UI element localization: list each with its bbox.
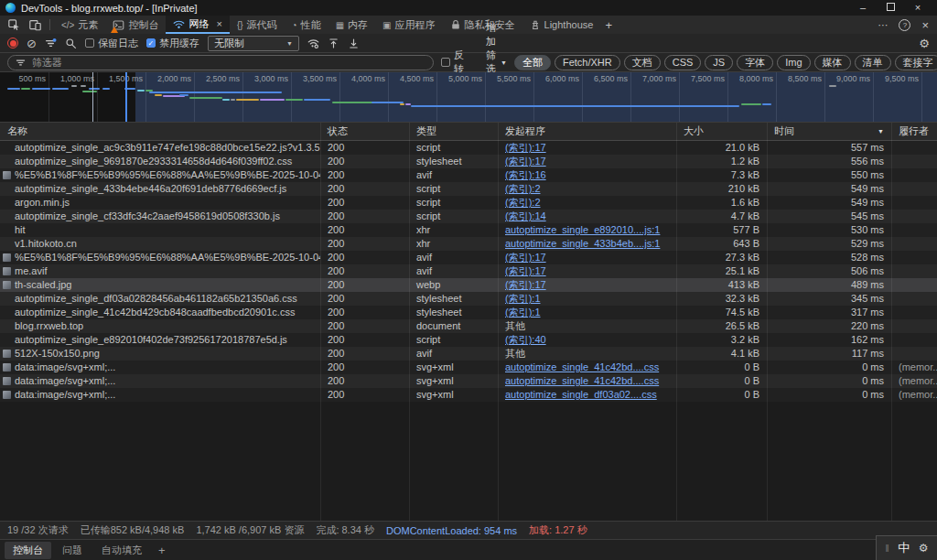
close-window-button[interactable]: × [904, 0, 932, 16]
initiator-link[interactable]: (索引):14 [505, 210, 546, 221]
tab-网络[interactable]: 网络× [166, 16, 229, 34]
table-row[interactable]: autoptimize_single_ac9c3b911e747efe198c8… [0, 141, 937, 155]
table-row[interactable]: data:image/svg+xml;...200svg+xmlautoptim… [0, 361, 937, 374]
initiator-link[interactable]: (索引):17 [505, 142, 546, 153]
drawer-tab-自动填充[interactable]: 自动填充 [93, 542, 150, 559]
table-row[interactable]: 512X-150x150.png200avif其他4.1 kB117 ms [0, 347, 937, 361]
column-header-5[interactable]: 大小 [676, 123, 767, 140]
filter-input-wrap [7, 55, 434, 70]
close-devtools-button[interactable]: × [917, 18, 933, 32]
table-row[interactable]: autoptimize_single_41c42bd429cb848caadfb… [0, 306, 937, 319]
help-button[interactable]: ? [894, 19, 915, 31]
filter-chip-媒体[interactable]: 媒体 [814, 55, 851, 70]
tab-元素[interactable]: </>元素 [54, 16, 105, 34]
initiator-link[interactable]: (索引):17 [505, 265, 546, 276]
initiator-link[interactable]: (索引):16 [505, 169, 546, 180]
column-header-7[interactable]: 履行者 [891, 123, 937, 140]
filter-chip-CSS[interactable]: CSS [664, 55, 702, 70]
console-icon [113, 19, 124, 31]
timeline-tick-label: 3,000 ms [254, 74, 291, 83]
table-row[interactable]: autoptimize_single_df03a02828456ab461182… [0, 292, 937, 306]
tab-Lighthouse[interactable]: Lighthouse [522, 16, 601, 34]
tab-隐私和安全[interactable]: 隐私和安全 [443, 16, 522, 34]
initiator-link[interactable]: autoptimize_single_df03a02....css [505, 389, 657, 400]
filter-chip-Img[interactable]: Img [777, 55, 810, 70]
device-toolbar-button[interactable] [25, 16, 46, 34]
table-row[interactable]: data:image/svg+xml;...200svg+xmlautoptim… [0, 388, 937, 402]
record-button[interactable] [7, 38, 18, 48]
table-row[interactable]: v1.hitokoto.cn200xhrautoptimize_single_4… [0, 237, 937, 251]
close-tab-icon[interactable]: × [216, 18, 221, 29]
timeline-gridline [533, 72, 534, 122]
column-header-1[interactable]: 名称 [0, 123, 320, 140]
throttling-select[interactable]: 无限制 ▼ [208, 36, 299, 51]
filter-chip-Fetch/XHR[interactable]: Fetch/XHR [555, 55, 620, 70]
filter-chip-JS[interactable]: JS [705, 55, 733, 70]
drawer-tab-控制台[interactable]: 控制台 [5, 542, 51, 559]
tab-性能[interactable]: ◔性能 [285, 16, 328, 34]
disable-cache-checkbox[interactable]: ✓ 禁用缓存 [146, 37, 199, 50]
inspect-element-button[interactable] [4, 16, 25, 34]
tab-控制台[interactable]: 控制台 [105, 16, 166, 34]
filter-chip-套接字[interactable]: 套接字 [895, 55, 937, 70]
initiator-link[interactable]: (索引):1 [505, 293, 541, 304]
elements-icon: </> [61, 20, 74, 30]
drawer-new-tab-button[interactable]: + [153, 544, 171, 557]
table-row[interactable]: autoptimize_single_cf33dfc34c2aaef945861… [0, 210, 937, 223]
initiator-link[interactable]: (索引):1 [505, 307, 541, 318]
table-row[interactable]: autoptimize_single_9691870e2933314658d4d… [0, 155, 937, 168]
column-header-6[interactable]: 时间▼ [767, 123, 891, 140]
filter-chip-清单[interactable]: 清单 [855, 55, 891, 70]
column-header-4[interactable]: 发起程序 [498, 123, 676, 140]
tab-内存[interactable]: ▦内存 [328, 16, 375, 34]
initiator-link[interactable]: autoptimize_single_41c42bd....css [505, 375, 659, 386]
initiator-link[interactable]: autoptimize_single_e892010....js:1 [505, 224, 660, 235]
tab-源代码[interactable]: {}源代码 [230, 16, 285, 34]
maximize-button[interactable] [877, 0, 904, 16]
network-conditions-button[interactable] [307, 38, 319, 49]
network-icon [173, 18, 185, 30]
initiator-link[interactable]: (索引):2 [505, 197, 541, 208]
preserve-log-checkbox[interactable]: 保留日志 [85, 37, 138, 50]
filter-input[interactable] [30, 56, 425, 69]
initiator-link[interactable]: (索引):40 [505, 334, 546, 345]
table-row[interactable]: %E5%B1%8F%E5%B9%95%E6%88%AA%E5%9B%BE-202… [0, 168, 937, 182]
table-row[interactable]: %E5%B1%8F%E5%B9%95%E6%88%AA%E5%9B%BE-202… [0, 251, 937, 264]
status-cell: 200 [320, 333, 409, 347]
settings-gear-button[interactable]: ⚙ [919, 38, 930, 49]
table-row[interactable]: data:image/svg+xml;...200svg+xmlautoptim… [0, 374, 937, 388]
table-row[interactable]: autoptimize_single_433b4ebe446a20f691deb… [0, 182, 937, 196]
initiator-link[interactable]: autoptimize_single_433b4eb....js:1 [505, 238, 660, 249]
minimize-button[interactable]: – [849, 0, 877, 16]
column-header-2[interactable]: 状态 [320, 123, 409, 140]
table-row[interactable]: blog.rrxweb.top200document其他26.5 kB220 m… [0, 319, 937, 333]
table-row[interactable]: argon.min.js200script(索引):21.6 kB549 ms [0, 196, 937, 210]
filter-toggle-button[interactable] [45, 38, 57, 49]
table-row[interactable]: me.avif200avif(索引):1725.1 kB506 ms [0, 264, 937, 278]
column-header-3[interactable]: 类型 [409, 123, 498, 140]
initiator-link[interactable]: (索引):2 [505, 183, 541, 194]
clear-button[interactable]: ⊘ [27, 38, 37, 49]
tab-label: 源代码 [247, 18, 277, 32]
type-cell: script [409, 210, 498, 223]
initiator-link[interactable]: (索引):17 [505, 279, 546, 290]
initiator-link[interactable]: (索引):17 [505, 156, 546, 167]
table-row[interactable]: autoptimize_single_e892010f402de73f92561… [0, 333, 937, 347]
export-har-button[interactable] [348, 38, 360, 49]
initiator-link[interactable]: autoptimize_single_41c42bd....css [505, 361, 659, 372]
initiator-link[interactable]: (索引):17 [505, 252, 546, 263]
drawer-tab-问题[interactable]: 问题 [54, 542, 91, 559]
table-row[interactable]: hit200xhrautoptimize_single_e892010....j… [0, 223, 937, 237]
network-overview-timeline[interactable]: 500 ms1,000 ms1,500 ms2,000 ms2,500 ms3,… [0, 72, 937, 123]
ime-language-button[interactable]: 中 [898, 540, 910, 556]
filter-chip-文档[interactable]: 文档 [624, 55, 661, 70]
tab-应用程序[interactable]: ▣应用程序 [375, 16, 442, 34]
ime-settings-button[interactable]: ⚙ [919, 542, 929, 555]
table-row[interactable]: th-scaled.jpg200webp(索引):17413 kB489 ms [0, 278, 937, 292]
import-har-button[interactable] [328, 38, 339, 49]
new-tab-button[interactable]: + [600, 16, 617, 34]
search-button[interactable] [65, 38, 77, 49]
filter-chip-字体[interactable]: 字体 [737, 55, 773, 70]
filter-chip-全部[interactable]: 全部 [514, 55, 551, 70]
more-options-button[interactable]: ⋯ [873, 19, 892, 31]
